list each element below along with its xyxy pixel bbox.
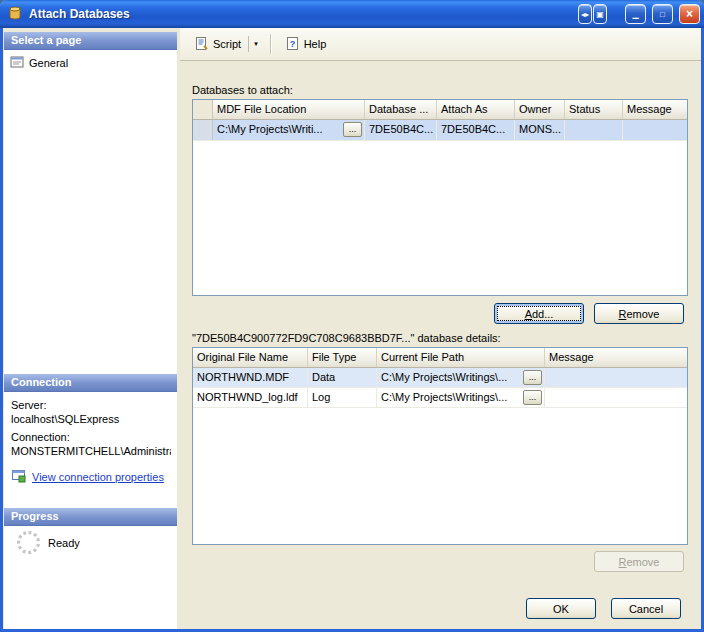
select-a-page-panel: General — [4, 50, 177, 374]
attach-database-icon — [7, 5, 23, 23]
browse-mdf-button[interactable]: ... — [343, 122, 362, 137]
minimize-icon[interactable]: ▁ — [625, 4, 646, 24]
connection-value: MONSTERMITCHELL\Administra — [11, 445, 171, 457]
dialog-toolbar: Script ▾ ? Help — [180, 28, 701, 61]
help-icon: ? — [285, 36, 300, 53]
current-file-path-value: C:\My Projects\Writings\... — [381, 391, 507, 403]
column-header-mdf-file-location[interactable]: MDF File Location — [213, 100, 365, 119]
ok-button[interactable]: OK — [526, 598, 596, 619]
window-title: Attach Databases — [29, 7, 130, 21]
row-selector-cell[interactable] — [193, 120, 213, 140]
titlebar[interactable]: Attach Databases ◂▸ ▣ ▁ □ × — [0, 0, 704, 28]
connection-properties-icon — [11, 468, 26, 485]
browse-data-file-button[interactable]: ... — [523, 370, 542, 385]
details-table-row[interactable]: NORTHWND.MDF Data C:\My Projects\Writing… — [193, 368, 687, 388]
connection-panel: Server: localhost\SQLExpress Connection:… — [4, 392, 177, 508]
attach-as-cell: 7DE50B4C... — [437, 120, 515, 140]
view-connection-properties-link[interactable]: View connection properties — [32, 471, 164, 483]
general-page-icon — [10, 55, 24, 71]
column-header-owner[interactable]: Owner — [515, 100, 565, 119]
attach-databases-dialog: Attach Databases ◂▸ ▣ ▁ □ × Select a pag… — [0, 0, 704, 632]
script-icon — [194, 36, 209, 53]
details-message-cell — [545, 388, 687, 407]
column-header-database[interactable]: Database ... — [365, 100, 437, 119]
connection-label: Connection: — [11, 431, 70, 443]
databases-to-attach-table: MDF File Location Database ... Attach As… — [192, 99, 688, 296]
help-button-label: Help — [304, 38, 327, 50]
cancel-button[interactable]: Cancel — [611, 598, 681, 619]
column-header-current-file-path[interactable]: Current File Path — [377, 348, 545, 367]
attach-table-header-row: MDF File Location Database ... Attach As… — [193, 100, 687, 120]
database-details-label: "7DE50B4C900772FD9C708C9683BBD7F..." dat… — [192, 332, 501, 344]
attach-table-row[interactable]: C:\My Projects\Writi... ... 7DE50B4C... … — [193, 120, 687, 141]
progress-status: Ready — [48, 537, 80, 549]
database-name-cell: 7DE50B4C... — [365, 120, 437, 140]
current-file-path-cell: C:\My Projects\Writings\... ... — [377, 388, 545, 407]
maximize-icon[interactable]: □ — [652, 4, 673, 24]
message-cell — [623, 120, 687, 140]
toolbar-separator — [270, 34, 271, 54]
database-details-table: Original File Name File Type Current Fil… — [192, 347, 688, 545]
column-header-original-file-name[interactable]: Original File Name — [193, 348, 308, 367]
file-type-cell: Log — [308, 388, 377, 407]
restore-icon[interactable]: ▣ — [593, 4, 607, 24]
column-header-status[interactable]: Status — [565, 100, 623, 119]
column-header-message[interactable]: Message — [623, 100, 687, 119]
progress-spinner-icon — [17, 531, 40, 554]
current-file-path-value: C:\My Projects\Writings\... — [381, 371, 507, 383]
script-button[interactable]: Script ▾ — [188, 33, 264, 56]
original-file-name-cell: NORTHWND.MDF — [193, 368, 308, 387]
mdf-file-location-value: C:\My Projects\Writi... — [217, 123, 323, 135]
help-button[interactable]: ? Help — [279, 33, 333, 56]
details-table-header-row: Original File Name File Type Current Fil… — [193, 348, 687, 368]
script-button-label: Script — [213, 38, 241, 50]
owner-cell: MONS... — [515, 120, 565, 140]
column-header-file-type[interactable]: File Type — [308, 348, 377, 367]
sidebar-item-label: General — [29, 57, 68, 69]
column-header-details-message[interactable]: Message — [545, 348, 687, 367]
file-type-cell: Data — [308, 368, 377, 387]
progress-panel: Ready — [4, 526, 177, 629]
original-file-name-cell: NORTHWND_log.ldf — [193, 388, 308, 407]
add-button[interactable]: Add... — [494, 303, 584, 324]
status-cell — [565, 120, 623, 140]
dock-arrows-icon[interactable]: ◂▸ — [578, 4, 592, 24]
databases-to-attach-label: Databases to attach: — [192, 84, 293, 96]
remove-button[interactable]: Remove — [594, 303, 684, 324]
details-remove-button: Remove — [594, 551, 684, 572]
server-label: Server: — [11, 399, 46, 411]
server-value: localhost\SQLExpress — [11, 413, 119, 425]
current-file-path-cell: C:\My Projects\Writings\... ... — [377, 368, 545, 387]
select-a-page-header: Select a page — [4, 32, 177, 50]
progress-header: Progress — [4, 508, 177, 526]
column-header-row-selector[interactable] — [193, 100, 213, 119]
mdf-file-location-cell: C:\My Projects\Writi... ... — [213, 120, 365, 140]
script-dropdown-icon[interactable]: ▾ — [248, 36, 258, 52]
connection-header: Connection — [4, 374, 177, 392]
sidebar-item-general[interactable]: General — [4, 50, 177, 74]
svg-text:?: ? — [289, 39, 295, 49]
details-message-cell — [545, 368, 687, 387]
view-connection-properties-row: View connection properties — [11, 468, 164, 485]
column-header-attach-as[interactable]: Attach As — [437, 100, 515, 119]
details-table-row[interactable]: NORTHWND_log.ldf Log C:\My Projects\Writ… — [193, 388, 687, 408]
close-icon[interactable]: × — [679, 4, 700, 24]
browse-log-file-button[interactable]: ... — [523, 390, 542, 405]
